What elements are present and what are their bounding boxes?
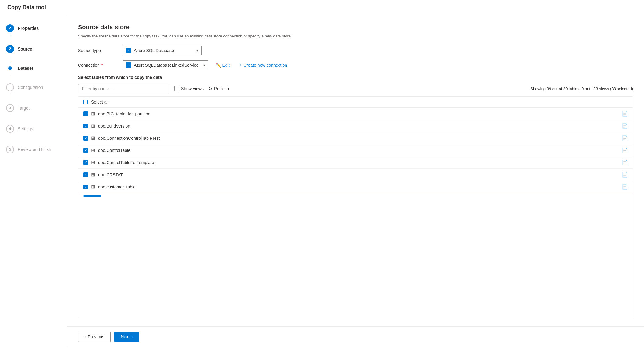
- refresh-icon: ↻: [208, 86, 212, 91]
- table-name-4: dbo.ControlTableForTemplate: [98, 160, 619, 165]
- table-name-0: dbo.BIG_table_for_partition: [98, 111, 619, 116]
- table-name-5: dbo.CRSTAT: [98, 172, 619, 177]
- connection-db-icon: S: [126, 62, 131, 68]
- table-name-3: dbo.ControlTable: [98, 148, 619, 153]
- svg-text:S: S: [128, 50, 130, 52]
- step-circle-dataset: [8, 66, 12, 70]
- table-grid-icon-1: ⊞: [91, 123, 95, 129]
- connector-3: [10, 74, 10, 80]
- connection-label: Connection *: [78, 63, 118, 68]
- select-all-row[interactable]: Select all: [78, 97, 633, 108]
- connection-arrow-icon: ▾: [203, 63, 205, 68]
- step-circle-review: 5: [6, 146, 14, 153]
- show-views-checkbox[interactable]: [174, 86, 179, 91]
- required-star: *: [100, 63, 103, 68]
- row-checkbox-3[interactable]: ✓: [83, 148, 88, 153]
- preview-icon-6[interactable]: 📄: [622, 184, 628, 190]
- preview-icon-2[interactable]: 📄: [622, 135, 628, 141]
- preview-icon-0[interactable]: 📄: [622, 111, 628, 117]
- table-row[interactable]: ✓ ⊞ dbo.BIG_table_for_partition 📄: [78, 108, 633, 120]
- row-checkbox-0[interactable]: ✓: [83, 111, 88, 116]
- select-all-label: Select all: [91, 100, 109, 104]
- table-toolbar: Show views ↻ Refresh Showing 39 out of 3…: [78, 84, 633, 93]
- sidebar-item-target[interactable]: 3 Target: [0, 101, 67, 115]
- sidebar-item-properties[interactable]: ✓ Properties: [0, 21, 67, 35]
- preview-icon-4[interactable]: 📄: [622, 160, 628, 165]
- create-connection-button[interactable]: + Create new connection: [237, 62, 290, 69]
- source-type-label: Source type: [78, 48, 118, 53]
- connector-4: [10, 94, 10, 101]
- table-info: Showing 39 out of 39 tables, 0 out of 3 …: [530, 86, 633, 91]
- source-type-dropdown[interactable]: S Azure SQL Database ▾: [123, 46, 202, 55]
- step-circle-settings: 4: [6, 125, 14, 133]
- row-checkbox-5[interactable]: ✓: [83, 172, 88, 177]
- table-row[interactable]: ✓ ⊞ dbo.ConnectionControlTableTest 📄: [78, 132, 633, 144]
- show-views-label: Show views: [181, 86, 204, 91]
- table-row[interactable]: ✓ ⊞ dbo.BuildVersion 📄: [78, 120, 633, 132]
- preview-icon-5[interactable]: 📄: [622, 172, 628, 178]
- preview-icon-3[interactable]: 📄: [622, 147, 628, 153]
- connector-2: [10, 56, 10, 63]
- step-circle-configuration: Configuration: [6, 83, 14, 91]
- step-label-dataset: Dataset: [18, 66, 33, 71]
- source-type-row: Source type S Azure SQL Database ▾: [78, 46, 633, 55]
- select-all-checkbox[interactable]: [83, 100, 88, 104]
- page-heading: Source data store: [78, 24, 633, 31]
- table-name-6: dbo.customer_table: [98, 185, 619, 189]
- previous-button[interactable]: ‹ Previous: [78, 332, 111, 342]
- table-grid-icon-3: ⊞: [91, 147, 95, 153]
- step-label-target: Target: [18, 106, 30, 111]
- show-views-toggle[interactable]: Show views: [174, 86, 204, 91]
- section-title: Select tables from which to copy the dat…: [78, 75, 633, 80]
- table-row[interactable]: ✓ ⊞ dbo.customer_table 📄: [78, 181, 633, 193]
- connection-value: AzureSQLDatabaseLinkedService: [134, 63, 198, 68]
- row-checkbox-6[interactable]: ✓: [83, 185, 88, 189]
- table-name-1: dbo.BuildVersion: [98, 124, 619, 128]
- preview-icon-1[interactable]: 📄: [622, 123, 628, 129]
- footer: ‹ Previous Next ›: [67, 326, 644, 347]
- main-content: Source data store Specify the source dat…: [67, 15, 644, 326]
- scroll-hint-row: [78, 193, 633, 199]
- partial-mark: [84, 102, 87, 102]
- row-checkbox-2[interactable]: ✓: [83, 136, 88, 141]
- table-grid-icon-0: ⊞: [91, 111, 95, 117]
- connector-6: [10, 136, 10, 142]
- sidebar-item-source[interactable]: 2 Source: [0, 42, 67, 56]
- filter-input[interactable]: [78, 84, 169, 93]
- table-container: Select all ✓ ⊞ dbo.BIG_table_for_partiti…: [78, 96, 633, 318]
- connection-row: Connection * S AzureSQLDatabaseLinkedSer…: [78, 60, 633, 70]
- pencil-icon: ✏️: [216, 63, 221, 68]
- table-grid-icon-5: ⊞: [91, 172, 95, 178]
- step-label-review: Review and finish: [18, 147, 51, 152]
- edit-button[interactable]: ✏️ Edit: [213, 62, 232, 69]
- next-button[interactable]: Next ›: [114, 332, 139, 342]
- refresh-button[interactable]: ↻ Refresh: [208, 86, 229, 91]
- sidebar-item-configuration[interactable]: Configuration Configuration: [0, 80, 67, 94]
- chevron-right-icon: ›: [131, 334, 133, 339]
- sidebar-item-settings[interactable]: 4 Settings: [0, 122, 67, 136]
- row-checkbox-4[interactable]: ✓: [83, 160, 88, 165]
- step-circle-properties: ✓: [6, 24, 14, 32]
- sidebar-item-dataset[interactable]: Dataset: [0, 63, 67, 74]
- svg-text:S: S: [128, 64, 130, 66]
- table-row[interactable]: ✓ ⊞ dbo.ControlTable 📄: [78, 144, 633, 156]
- source-type-value: Azure SQL Database: [134, 48, 174, 53]
- table-row[interactable]: ✓ ⊞ dbo.CRSTAT 📄: [78, 169, 633, 181]
- chevron-left-icon: ‹: [84, 334, 86, 339]
- step-label-configuration: Configuration: [18, 85, 43, 90]
- sidebar: ✓ Properties 2 Source Dataset Configurat…: [0, 15, 67, 347]
- connection-dropdown[interactable]: S AzureSQLDatabaseLinkedService ▾: [123, 60, 208, 70]
- table-row[interactable]: ✓ ⊞ dbo.ControlTableForTemplate 📄: [78, 156, 633, 169]
- step-circle-target: 3: [6, 104, 14, 112]
- table-name-2: dbo.ConnectionControlTableTest: [98, 136, 619, 141]
- table-grid-icon-4: ⊞: [91, 160, 95, 165]
- step-label-source: Source: [18, 47, 32, 51]
- connector-1: [10, 35, 10, 42]
- sidebar-item-review[interactable]: 5 Review and finish: [0, 142, 67, 156]
- azure-sql-icon: S: [126, 48, 131, 53]
- table-grid-icon-6: ⊞: [91, 184, 95, 190]
- table-grid-icon-2: ⊞: [91, 135, 95, 141]
- row-checkbox-1[interactable]: ✓: [83, 124, 88, 128]
- partial-row-indicator: [83, 195, 101, 197]
- source-type-arrow-icon: ▾: [196, 48, 198, 53]
